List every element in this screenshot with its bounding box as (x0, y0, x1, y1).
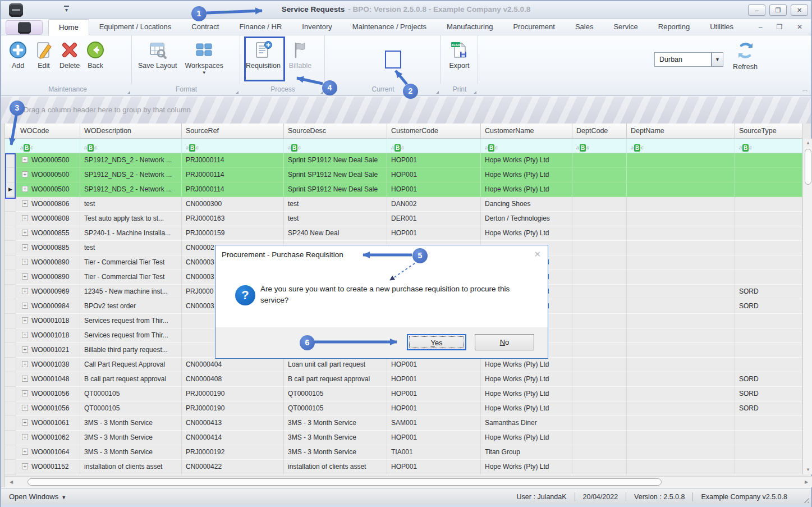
table-row[interactable]: +WO0000855SP240-1 - Machine Installa...P… (5, 226, 802, 241)
tab-sales[interactable]: Sales (565, 19, 604, 35)
requisition-button[interactable]: Requisition (245, 35, 281, 70)
tab-equipment-locations[interactable]: Equipment / Locations (89, 19, 182, 35)
filter-cell-sourceref[interactable]: aBc (182, 139, 284, 153)
row-expand-icon[interactable]: + (22, 200, 28, 207)
row-expand-icon[interactable]: + (22, 463, 28, 469)
row-expand-icon[interactable]: + (22, 230, 28, 236)
scroll-left-icon[interactable]: ◀ (6, 477, 16, 488)
column-header-customername[interactable]: CustomerName (481, 124, 572, 139)
row-expand-icon[interactable]: + (22, 157, 28, 163)
edit-button[interactable]: Edit (34, 35, 54, 70)
column-header-deptname[interactable]: DeptName (627, 124, 735, 139)
filter-cell-customercode[interactable]: aBc (387, 139, 481, 153)
row-expand-icon[interactable]: + (22, 332, 28, 338)
tab-home[interactable]: Home (48, 19, 89, 35)
close-button[interactable]: ✕ (791, 4, 808, 16)
row-expand-icon[interactable]: + (22, 244, 28, 250)
row-expand-icon[interactable]: + (22, 405, 28, 411)
table-row[interactable]: +WO0001048B call part request approvalCN… (5, 372, 802, 387)
dialog-launcher-icon[interactable] (127, 91, 130, 94)
horizontal-scroll-thumb[interactable] (27, 478, 662, 486)
dialog-launcher-icon[interactable] (474, 91, 476, 94)
add-button[interactable]: Add (8, 35, 28, 70)
export-button[interactable]: XLSX Export (449, 35, 469, 70)
no-button[interactable]: No (475, 334, 534, 350)
tab-service[interactable]: Service (603, 19, 648, 35)
table-row[interactable]: +WO0000500SP1912_NDS_2 - Network ...PRJ0… (5, 153, 802, 168)
column-header-wocode[interactable]: WOCode (16, 124, 80, 139)
table-row[interactable]: +WO0000806testCN0000300testDAN002Dancing… (5, 197, 802, 212)
column-header-sourceref[interactable]: SourceRef (182, 124, 284, 139)
table-row[interactable]: +WO00010613MS - 3 Month ServiceCN0000413… (5, 416, 802, 431)
ribbon-restore-button[interactable]: ❐ (773, 22, 786, 32)
maximize-button[interactable]: ❐ (769, 4, 787, 16)
dialog-close-icon[interactable]: ✕ (534, 249, 541, 259)
application-menu-button[interactable] (6, 20, 43, 35)
combobox-dropdown-arrow-icon[interactable]: ▼ (712, 52, 723, 67)
open-windows-menu[interactable]: Open Windows▼ (9, 489, 66, 505)
scroll-right-icon[interactable]: ▶ (801, 477, 811, 488)
vertical-scroll-thumb[interactable] (805, 149, 811, 185)
ribbon-collapse-icon[interactable]: ︿ (800, 86, 810, 94)
save-layout-button[interactable]: Save Layout (138, 35, 177, 75)
yes-button[interactable]: Yes (407, 334, 466, 350)
filter-cell-wodescription[interactable]: aBc (80, 139, 182, 153)
row-expand-icon[interactable]: + (22, 273, 28, 280)
table-row[interactable]: +WO0000808Test auto apply task to st...P… (5, 212, 802, 226)
dialog-launcher-icon[interactable] (236, 91, 238, 94)
row-expand-icon[interactable]: + (22, 215, 28, 221)
vertical-scrollbar[interactable]: ▲ ▼ (802, 139, 812, 474)
column-header-deptcode[interactable]: DeptCode (572, 124, 627, 139)
table-row[interactable]: ▶+WO0000500SP1912_NDS_2 - Network ...PRJ… (5, 182, 802, 197)
branch-combobox-value[interactable]: Durban (654, 52, 712, 67)
row-expand-icon[interactable]: + (22, 288, 28, 294)
row-expand-icon[interactable]: + (22, 186, 28, 192)
row-expand-icon[interactable]: + (22, 303, 28, 309)
ribbon-close-button[interactable]: ✕ (793, 22, 806, 32)
column-header-wodescription[interactable]: WODescription (80, 124, 182, 139)
delete-button[interactable]: Delete (59, 35, 80, 70)
tab-finance-hr[interactable]: Finance / HR (229, 19, 292, 35)
dialog-launcher-icon[interactable] (436, 91, 439, 94)
filter-cell-customername[interactable]: aBc (481, 139, 572, 153)
tab-utilities[interactable]: Utilities (700, 19, 744, 35)
row-expand-icon[interactable]: + (22, 317, 28, 323)
refresh-button[interactable]: Refresh (727, 35, 763, 71)
row-expand-icon[interactable]: + (22, 259, 28, 265)
ribbon-minimize-button[interactable]: – (754, 22, 767, 32)
tab-reporting[interactable]: Reporting (648, 19, 700, 35)
tab-contract[interactable]: Contract (181, 19, 229, 35)
row-expand-icon[interactable]: + (22, 171, 28, 177)
table-row[interactable]: +WO0001056QT0000105PRJ0000190QT0000105HO… (5, 401, 802, 416)
filter-cell-sourcetype[interactable]: aBc (735, 139, 802, 153)
tab-manufacturing[interactable]: Manufacturing (437, 19, 503, 35)
filter-cell-wocode[interactable]: aBc (16, 139, 80, 153)
column-header-sourcetype[interactable]: SourceType (735, 124, 802, 139)
filter-cell-deptname[interactable]: aBc (627, 139, 735, 153)
table-row[interactable]: +WO0001056QT0000105PRJ0000190QT0000105HO… (5, 387, 802, 401)
row-expand-icon[interactable]: + (22, 361, 28, 367)
tab-maintenance-projects[interactable]: Maintenance / Projects (342, 19, 437, 35)
scroll-down-icon[interactable]: ▼ (803, 465, 812, 474)
tab-inventory[interactable]: Inventory (292, 19, 342, 35)
table-row[interactable]: +WO0001038Call Part Request ApprovalCN00… (5, 358, 802, 372)
group-by-panel[interactable]: Drag a column header here to group by th… (1, 97, 811, 124)
table-row[interactable]: +WO00010623MS - 3 Month ServiceCN0000414… (5, 431, 802, 445)
table-row[interactable]: +WO0001152installation of clients assetC… (5, 460, 802, 474)
row-expand-icon[interactable]: + (22, 449, 28, 455)
back-button[interactable]: Back (85, 35, 105, 70)
workspaces-button[interactable]: Workspaces ▼ (185, 35, 224, 75)
filter-cell-sourcedesc[interactable]: aBc (284, 139, 387, 153)
filter-cell-deptcode[interactable]: aBc (572, 139, 627, 153)
column-header-sourcedesc[interactable]: SourceDesc (284, 124, 387, 139)
row-expand-icon[interactable]: + (22, 419, 28, 426)
tab-procurement[interactable]: Procurement (503, 19, 565, 35)
row-expand-icon[interactable]: + (22, 434, 28, 440)
scroll-up-icon[interactable]: ▲ (803, 139, 812, 148)
row-expand-icon[interactable]: + (22, 390, 28, 396)
table-row[interactable]: +WO0000500SP1912_NDS_2 - Network ...PRJ0… (5, 168, 802, 182)
row-expand-icon[interactable]: + (22, 376, 28, 382)
horizontal-scrollbar[interactable]: ◀ ▶ (5, 476, 812, 487)
resize-grip[interactable] (802, 496, 809, 503)
table-row[interactable]: +WO00010643MS - 3 Month ServicePRJ000019… (5, 445, 802, 460)
